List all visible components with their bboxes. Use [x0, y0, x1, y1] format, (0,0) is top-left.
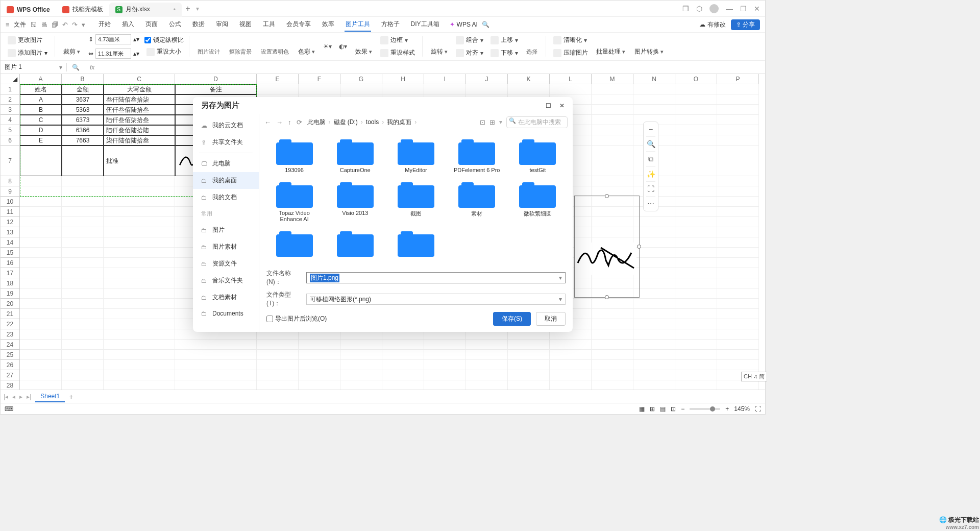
- cell[interactable]: [508, 350, 550, 360]
- row-header[interactable]: 1: [1, 84, 20, 94]
- menu-tab-工具[interactable]: 工具: [262, 18, 276, 32]
- cell[interactable]: [104, 350, 175, 360]
- group[interactable]: 组合 ▾: [454, 35, 485, 45]
- cell[interactable]: [104, 288, 175, 299]
- zoom-tool-icon[interactable]: 🔍: [647, 140, 655, 148]
- col-header[interactable]: O: [675, 74, 717, 84]
- cell[interactable]: [257, 350, 299, 360]
- col-header[interactable]: N: [633, 74, 675, 84]
- cell[interactable]: [20, 146, 62, 176]
- cell[interactable]: [466, 360, 508, 370]
- menu-tab-图片工具[interactable]: 图片工具: [345, 18, 371, 32]
- cell[interactable]: [104, 370, 175, 380]
- cell[interactable]: 伍仟叁佰陆拾叁: [104, 105, 175, 115]
- folder-item[interactable]: [327, 227, 383, 261]
- view-layout-icon[interactable]: ▤: [660, 405, 666, 413]
- qat-more-icon[interactable]: ▾: [82, 21, 85, 29]
- cell[interactable]: 5363: [62, 105, 104, 115]
- cell[interactable]: [592, 84, 633, 94]
- cell[interactable]: [104, 360, 175, 370]
- row-header[interactable]: 26: [1, 360, 20, 370]
- cell[interactable]: 柒仟陆佰陆拾叁: [104, 135, 175, 146]
- cell[interactable]: [62, 186, 104, 197]
- cell[interactable]: [20, 329, 62, 340]
- search-input[interactable]: 在此电脑中搜索: [506, 116, 568, 128]
- cell[interactable]: [62, 370, 104, 380]
- cell[interactable]: [675, 207, 717, 217]
- cell[interactable]: [717, 268, 759, 278]
- cell[interactable]: [62, 237, 104, 248]
- cell[interactable]: [466, 370, 508, 380]
- sidebar-cloud[interactable]: ☁我的云文档: [193, 117, 259, 134]
- row-header[interactable]: 25: [1, 350, 20, 360]
- cell[interactable]: [633, 217, 675, 227]
- cell[interactable]: [104, 309, 175, 319]
- cell[interactable]: [675, 186, 717, 197]
- cell[interactable]: [717, 135, 759, 146]
- transparency[interactable]: 设置透明色: [258, 38, 292, 56]
- menu-icon[interactable]: ≡: [6, 21, 10, 29]
- cell[interactable]: [257, 340, 299, 350]
- sidebar-common-item[interactable]: 🗀资源文件: [193, 255, 259, 272]
- send-backward[interactable]: 下移 ▾: [488, 47, 520, 58]
- cell[interactable]: [20, 360, 62, 370]
- nav-back-icon[interactable]: ←: [264, 118, 271, 126]
- cell[interactable]: [340, 84, 382, 94]
- reading-mode-icon[interactable]: ⊡: [671, 405, 676, 413]
- col-header[interactable]: I: [424, 74, 466, 84]
- view-normal-icon[interactable]: ▦: [639, 405, 645, 413]
- cell[interactable]: [466, 380, 508, 390]
- nav-up-icon[interactable]: ↑: [288, 118, 291, 126]
- row-header[interactable]: 27: [1, 370, 20, 380]
- cell[interactable]: [104, 268, 175, 278]
- cell[interactable]: [62, 360, 104, 370]
- cell[interactable]: [257, 380, 299, 390]
- cell[interactable]: [675, 237, 717, 248]
- cell[interactable]: [675, 319, 717, 329]
- cell[interactable]: [382, 370, 424, 380]
- copy-window-icon[interactable]: ❐: [682, 5, 689, 13]
- cell[interactable]: [592, 370, 633, 380]
- convert[interactable]: 图片转换 ▾: [631, 37, 667, 56]
- folder-item[interactable]: PDFelement 6 Pro: [449, 135, 505, 175]
- cell[interactable]: [675, 176, 717, 186]
- minimize-icon[interactable]: —: [726, 5, 733, 13]
- menu-tab-公式[interactable]: 公式: [168, 18, 182, 32]
- dialog-close-icon[interactable]: ✕: [559, 102, 565, 109]
- folder-item[interactable]: 193096: [266, 135, 322, 175]
- cell[interactable]: [175, 360, 257, 370]
- cell[interactable]: [592, 329, 633, 340]
- cell[interactable]: [20, 380, 62, 390]
- col-header[interactable]: H: [382, 74, 424, 84]
- sheet-nav-last[interactable]: ▸|: [27, 393, 31, 400]
- menu-tab-方格子[interactable]: 方格子: [380, 18, 401, 32]
- row-header[interactable]: 20: [1, 299, 20, 309]
- sidebar-common-item[interactable]: 🗀音乐文件夹: [193, 272, 259, 289]
- cell[interactable]: [20, 319, 62, 329]
- cell[interactable]: [104, 207, 175, 217]
- cell[interactable]: [104, 237, 175, 248]
- cell[interactable]: [675, 299, 717, 309]
- cell[interactable]: [633, 309, 675, 319]
- row-header[interactable]: 12: [1, 217, 20, 227]
- cell[interactable]: [340, 380, 382, 390]
- cell[interactable]: [299, 340, 340, 350]
- cell[interactable]: [717, 258, 759, 268]
- name-box[interactable]: 图片 1▾: [1, 63, 67, 71]
- row-header[interactable]: 21: [1, 309, 20, 319]
- col-header[interactable]: B: [62, 74, 104, 84]
- cell[interactable]: 大写金额: [104, 84, 175, 94]
- cell[interactable]: [299, 360, 340, 370]
- cloud-status[interactable]: ☁ 有修改: [699, 20, 725, 29]
- cell[interactable]: 3637: [62, 94, 104, 105]
- cell[interactable]: [675, 217, 717, 227]
- sheet-tab[interactable]: Sheet1: [35, 391, 65, 402]
- close-icon[interactable]: ✕: [754, 5, 760, 13]
- crop-tool-icon[interactable]: ⧉: [648, 155, 653, 163]
- cell[interactable]: 叁仟陆佰叁拾柒: [104, 94, 175, 105]
- cell[interactable]: [62, 258, 104, 268]
- filetype-select[interactable]: 可移植网络图形(*.png)▾: [306, 294, 566, 305]
- height-input[interactable]: ⇕▴▾: [86, 33, 141, 45]
- col-header[interactable]: P: [717, 74, 759, 84]
- cell[interactable]: 陆仟叁佰柒拾叁: [104, 115, 175, 125]
